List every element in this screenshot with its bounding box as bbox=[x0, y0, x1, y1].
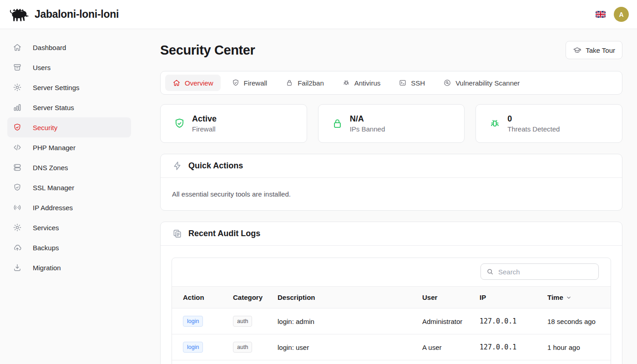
sidebar-item-label: Dashboard bbox=[33, 44, 66, 51]
action-badge: login bbox=[183, 342, 203, 353]
sidebar-item-label: Security bbox=[33, 124, 57, 131]
description-cell: login: admin bbox=[267, 308, 411, 334]
column-header-ip[interactable]: IP bbox=[469, 287, 536, 308]
tab-label: Overview bbox=[185, 79, 213, 87]
graduation-cap-icon bbox=[573, 46, 581, 55]
shield-check-icon bbox=[232, 79, 240, 87]
scanner-icon bbox=[443, 79, 451, 87]
gear-icon bbox=[13, 83, 22, 92]
bug-icon bbox=[342, 79, 350, 87]
column-header-category[interactable]: Category bbox=[222, 287, 267, 308]
tab-vulnerability-scanner[interactable]: Vulnerability Scanner bbox=[436, 75, 527, 91]
lock-icon bbox=[331, 117, 344, 130]
section-title: Quick Actions bbox=[188, 161, 243, 171]
ip-cell: 127.0.0.1 bbox=[469, 334, 536, 360]
description-cell: login: user bbox=[267, 334, 411, 360]
lightning-icon bbox=[172, 161, 182, 171]
category-badge: auth bbox=[233, 316, 252, 327]
search-input[interactable] bbox=[480, 263, 599, 280]
sidebar-item-users[interactable]: Users bbox=[7, 57, 131, 77]
app-title: Jabaloni-loni-loni bbox=[35, 8, 119, 20]
stat-value: 0 bbox=[507, 113, 560, 124]
sidebar-item-label: IP Addresses bbox=[33, 204, 73, 212]
action-badge: login bbox=[183, 316, 203, 327]
sidebar-item-services[interactable]: Services bbox=[7, 217, 131, 238]
tab-firewall[interactable]: Firewall bbox=[224, 75, 275, 91]
time-cell: 1 hour ago bbox=[536, 334, 611, 360]
shield-check-icon bbox=[13, 123, 22, 132]
tab-ssh[interactable]: SSH bbox=[391, 75, 432, 91]
sidebar: Dashboard Users Server Settings Server S… bbox=[0, 29, 138, 364]
tab-fail2ban[interactable]: Fail2ban bbox=[278, 75, 331, 91]
time-cell: 18 seconds ago bbox=[536, 308, 611, 334]
boar-logo-icon bbox=[8, 6, 30, 23]
home-icon bbox=[172, 79, 181, 87]
audit-logs-section: Recent Audit Logs Action Category bbox=[160, 222, 622, 364]
download-icon bbox=[13, 263, 22, 272]
brand[interactable]: Jabaloni-loni-loni bbox=[8, 6, 119, 23]
column-header-time[interactable]: Time bbox=[536, 287, 611, 308]
stat-card-ips-banned: N/A IPs Banned bbox=[318, 104, 465, 143]
stat-label: Threats Detected bbox=[507, 125, 560, 134]
audit-table-container: Action Category Description User IP Time bbox=[172, 258, 611, 364]
user-cell: A user bbox=[411, 334, 469, 360]
sidebar-item-ssl-manager[interactable]: SSL Manager bbox=[7, 177, 131, 197]
sidebar-item-label: DNS Zones bbox=[33, 164, 68, 172]
sidebar-item-label: PHP Manager bbox=[33, 144, 76, 152]
user-avatar[interactable]: A bbox=[614, 7, 629, 22]
column-header-description[interactable]: Description bbox=[267, 287, 411, 308]
security-tabs: Overview Firewall Fail2ban Antivirus SSH… bbox=[160, 71, 622, 95]
clipboard-copy-icon bbox=[172, 228, 182, 239]
table-row[interactable]: login auth login: admin Administrator 12… bbox=[172, 308, 611, 334]
stat-label: Firewall bbox=[192, 125, 217, 134]
sidebar-item-label: Server Status bbox=[33, 104, 74, 111]
sidebar-item-server-settings[interactable]: Server Settings bbox=[7, 77, 131, 97]
category-badge: auth bbox=[233, 342, 252, 353]
table-row bbox=[172, 360, 611, 364]
audit-table: Action Category Description User IP Time bbox=[172, 286, 611, 364]
tab-label: SSH bbox=[411, 79, 425, 87]
stat-value: Active bbox=[192, 113, 217, 124]
table-row[interactable]: login auth login: user A user 127.0.0.1 … bbox=[172, 334, 611, 360]
sidebar-item-php-manager[interactable]: PHP Manager bbox=[7, 137, 131, 157]
archive-icon bbox=[13, 63, 22, 72]
sidebar-item-label: Migration bbox=[33, 264, 61, 272]
top-bar: Jabaloni-loni-loni A bbox=[0, 0, 637, 29]
cloud-upload-icon bbox=[13, 243, 22, 252]
bug-icon bbox=[489, 117, 501, 130]
lock-icon bbox=[285, 79, 293, 87]
sidebar-item-migration[interactable]: Migration bbox=[7, 258, 131, 278]
sidebar-item-label: Server Settings bbox=[33, 84, 80, 91]
sidebar-item-security[interactable]: Security bbox=[7, 117, 131, 137]
server-icon bbox=[13, 163, 22, 172]
sidebar-item-dns-zones[interactable]: DNS Zones bbox=[7, 157, 131, 177]
column-header-user[interactable]: User bbox=[411, 287, 469, 308]
search-icon bbox=[486, 268, 494, 276]
language-flag-icon[interactable] bbox=[596, 11, 606, 18]
terminal-icon bbox=[399, 79, 407, 87]
sidebar-item-backups[interactable]: Backups bbox=[7, 238, 131, 258]
sidebar-item-ip-addresses[interactable]: IP Addresses bbox=[7, 197, 131, 217]
stat-label: IPs Banned bbox=[350, 125, 385, 134]
gear-icon bbox=[13, 223, 22, 232]
column-header-time-label: Time bbox=[547, 293, 563, 301]
take-tour-button[interactable]: Take Tour bbox=[566, 41, 622, 59]
sidebar-item-server-status[interactable]: Server Status bbox=[7, 97, 131, 117]
section-title: Recent Audit Logs bbox=[188, 229, 260, 238]
take-tour-label: Take Tour bbox=[586, 46, 615, 54]
tab-overview[interactable]: Overview bbox=[165, 75, 221, 91]
sidebar-item-label: Users bbox=[33, 64, 51, 71]
sidebar-item-label: Services bbox=[33, 224, 59, 232]
sidebar-item-dashboard[interactable]: Dashboard bbox=[7, 37, 131, 57]
chevron-down-icon bbox=[566, 294, 572, 301]
tab-antivirus[interactable]: Antivirus bbox=[335, 75, 388, 91]
quick-actions-message: All essential security tools are install… bbox=[161, 178, 622, 210]
sidebar-item-label: Backups bbox=[33, 244, 59, 252]
shield-check-icon bbox=[173, 117, 186, 130]
ip-cell: 127.0.0.1 bbox=[469, 308, 536, 334]
stat-value: N/A bbox=[350, 113, 385, 124]
user-cell: Administrator bbox=[411, 308, 469, 334]
tab-label: Antivirus bbox=[354, 79, 381, 87]
column-header-action[interactable]: Action bbox=[172, 287, 222, 308]
shield-check-icon bbox=[13, 183, 22, 192]
